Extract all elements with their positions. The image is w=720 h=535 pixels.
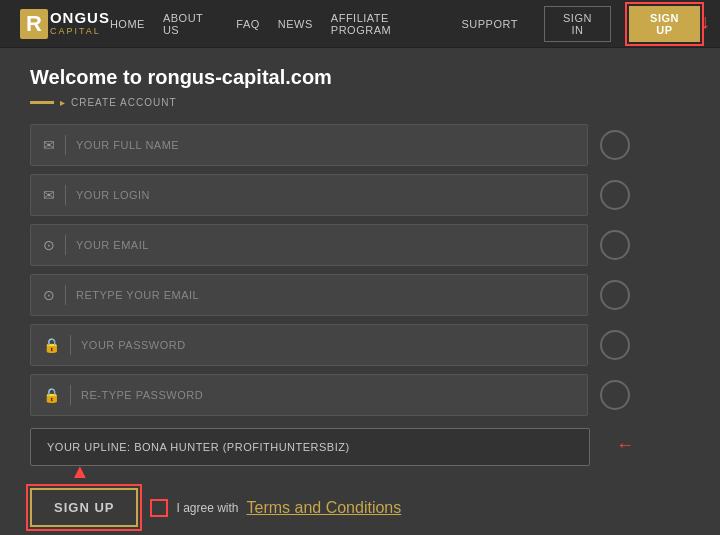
fullname-row: ✉ <box>30 124 630 166</box>
password-row: 🔒 <box>30 324 630 366</box>
email-row: ⊙ <box>30 224 630 266</box>
login-indicator <box>600 180 630 210</box>
retype-password-input[interactable] <box>81 388 575 402</box>
login-input[interactable] <box>76 188 575 202</box>
retype-email-icon: ⊙ <box>43 287 55 303</box>
retype-password-wrapper: 🔒 <box>30 374 588 416</box>
page-title: Welcome to rongus-capital.com <box>30 66 690 89</box>
signup-nav-arrow: ↓ <box>700 10 710 33</box>
nav-news[interactable]: NEWS <box>278 18 313 30</box>
upline-box: YOUR UPLINE: BONA HUNTER (PROFITHUNTERSB… <box>30 428 590 466</box>
bottom-row: ▲ SIGN UP I agree with Terms and Conditi… <box>30 488 630 527</box>
signup-nav-button[interactable]: SIGN UP <box>629 6 700 42</box>
divider <box>65 135 66 155</box>
nav-faq[interactable]: FAQ <box>236 18 260 30</box>
email-input[interactable] <box>76 238 575 252</box>
upline-text: YOUR UPLINE: BONA HUNTER (PROFITHUNTERSB… <box>47 441 350 453</box>
logo: R ONGUS CAPITAL <box>20 9 110 39</box>
retype-email-wrapper: ⊙ <box>30 274 588 316</box>
breadcrumb-dot: ▸ <box>60 97 65 108</box>
divider <box>70 335 71 355</box>
login-icon: ✉ <box>43 187 55 203</box>
terms-text: I agree with <box>176 501 238 515</box>
fullname-icon: ✉ <box>43 137 55 153</box>
breadcrumb: ▸ CREATE ACCOUNT <box>30 97 690 108</box>
divider <box>70 385 71 405</box>
retype-email-row: ⊙ <box>30 274 630 316</box>
fullname-wrapper: ✉ <box>30 124 588 166</box>
logo-letter: R <box>20 9 48 39</box>
terms-container: I agree with Terms and Conditions <box>150 499 401 517</box>
login-row: ✉ <box>30 174 630 216</box>
upline-arrow: ← <box>616 435 634 456</box>
logo-sub: CAPITAL <box>50 27 110 37</box>
email-indicator <box>600 230 630 260</box>
site-header: R ONGUS CAPITAL HOME ABOUT US FAQ NEWS A… <box>0 0 720 48</box>
divider <box>65 185 66 205</box>
divider <box>65 285 66 305</box>
password-icon: 🔒 <box>43 337 60 353</box>
logo-text: ONGUS CAPITAL <box>50 10 110 36</box>
breadcrumb-line <box>30 101 54 104</box>
signup-up-arrow: ▲ <box>70 460 90 483</box>
retype-password-icon: 🔒 <box>43 387 60 403</box>
nav-about[interactable]: ABOUT US <box>163 12 218 36</box>
login-wrapper: ✉ <box>30 174 588 216</box>
logo-brand: ONGUS <box>50 10 110 27</box>
registration-form: ✉ ✉ ⊙ ⊙ <box>30 124 630 527</box>
terms-link[interactable]: Terms and Conditions <box>247 499 402 517</box>
nav-home[interactable]: HOME <box>110 18 145 30</box>
main-nav: HOME ABOUT US FAQ NEWS AFFILIATE PROGRAM… <box>110 6 700 42</box>
signup-button[interactable]: SIGN UP <box>30 488 138 527</box>
retype-password-row: 🔒 <box>30 374 630 416</box>
signin-button[interactable]: SIGN IN <box>544 6 611 42</box>
breadcrumb-text: CREATE ACCOUNT <box>71 97 177 108</box>
retype-password-indicator <box>600 380 630 410</box>
retype-email-indicator <box>600 280 630 310</box>
fullname-input[interactable] <box>76 138 575 152</box>
password-input[interactable] <box>81 338 575 352</box>
nav-affiliate[interactable]: AFFILIATE PROGRAM <box>331 12 444 36</box>
email-wrapper: ⊙ <box>30 224 588 266</box>
fullname-indicator <box>600 130 630 160</box>
divider <box>65 235 66 255</box>
email-icon: ⊙ <box>43 237 55 253</box>
password-wrapper: 🔒 <box>30 324 588 366</box>
main-content: Welcome to rongus-capital.com ▸ CREATE A… <box>0 48 720 535</box>
password-indicator <box>600 330 630 360</box>
terms-checkbox[interactable] <box>150 499 168 517</box>
nav-support[interactable]: SUPPORT <box>461 18 517 30</box>
retype-email-input[interactable] <box>76 288 575 302</box>
